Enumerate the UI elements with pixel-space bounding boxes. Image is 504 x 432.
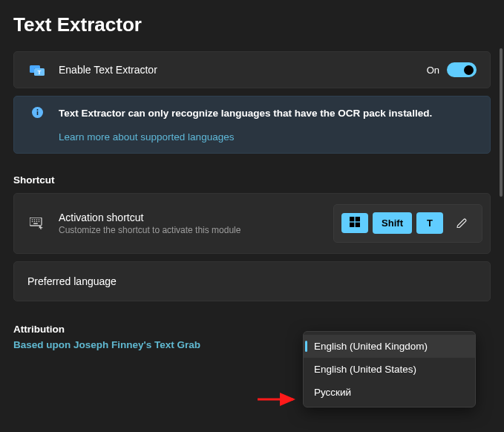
toggle-knob <box>464 65 474 75</box>
info-text: Text Extractor can only recognize langua… <box>59 107 432 121</box>
svg-rect-7 <box>30 217 42 226</box>
windows-icon <box>350 217 360 227</box>
annotation-arrow <box>256 390 301 408</box>
svg-point-12 <box>32 221 33 223</box>
svg-point-8 <box>32 219 33 220</box>
dropdown-item-en-uk[interactable]: English (United Kingdom) <box>304 335 475 358</box>
svg-point-10 <box>36 219 38 220</box>
info-link[interactable]: Learn more about supported languages <box>59 131 477 143</box>
svg-point-14 <box>36 221 38 223</box>
svg-rect-5 <box>36 111 38 115</box>
shortcut-section-label: Shortcut <box>13 174 491 186</box>
shortcut-keys: Shift T <box>333 204 482 243</box>
svg-point-9 <box>34 219 36 220</box>
dropdown-item-ru[interactable]: Русский <box>304 381 475 404</box>
dropdown-item-en-us[interactable]: English (United States) <box>304 358 475 381</box>
svg-rect-18 <box>356 217 360 221</box>
svg-point-15 <box>39 221 40 223</box>
shortcut-card: Activation shortcut Customize the shortc… <box>13 193 491 254</box>
text-extractor-icon: T <box>27 64 47 76</box>
info-card: Text Extractor can only recognize langua… <box>13 96 491 154</box>
shift-key: Shift <box>373 212 412 234</box>
svg-text:T: T <box>38 69 42 76</box>
enable-label: Enable Text Extractor <box>59 64 427 76</box>
pencil-icon <box>456 217 468 229</box>
language-dropdown[interactable]: English (United Kingdom) English (United… <box>303 331 476 408</box>
svg-point-6 <box>36 109 38 111</box>
shortcut-title: Activation shortcut <box>59 212 333 223</box>
edit-shortcut-button[interactable] <box>449 211 474 236</box>
preferred-language-card[interactable]: Preferred language <box>13 261 491 301</box>
enable-card: T Enable Text Extractor On <box>13 51 491 88</box>
toggle-state-label: On <box>427 65 439 76</box>
svg-point-11 <box>39 219 40 220</box>
svg-rect-17 <box>350 217 354 221</box>
scrollbar[interactable] <box>500 48 503 197</box>
svg-rect-20 <box>356 223 360 227</box>
info-icon <box>27 107 47 118</box>
page-title: Text Extractor <box>13 13 491 36</box>
preferred-language-label: Preferred language <box>27 275 477 287</box>
shortcut-subtitle: Customize the shortcut to activate this … <box>59 225 333 235</box>
svg-point-13 <box>34 221 36 223</box>
svg-rect-19 <box>350 223 354 227</box>
enable-toggle[interactable] <box>447 62 477 77</box>
letter-key: T <box>416 212 443 234</box>
win-key <box>341 213 368 233</box>
svg-rect-16 <box>33 223 38 223</box>
keyboard-icon <box>27 217 47 229</box>
